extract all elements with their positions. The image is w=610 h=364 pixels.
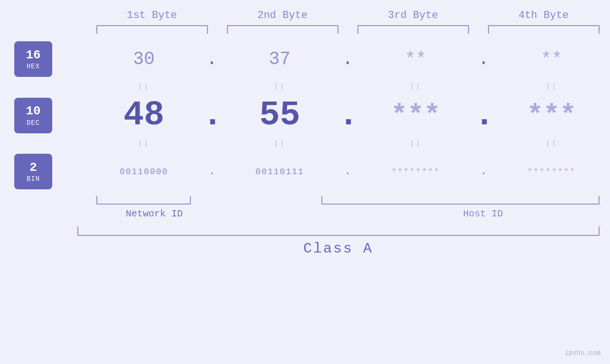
equals2-byte4: || — [493, 140, 610, 148]
dec-badge: 10 DEC — [14, 98, 52, 133]
hex-badge-col: 16 HEX — [0, 41, 66, 77]
host-id-label: Host ID — [367, 208, 600, 219]
dec-dot2: . — [338, 96, 357, 135]
watermark: ipshu.com — [564, 349, 601, 357]
equals1-byte4: || — [493, 83, 610, 91]
main-container: 1st Byte 2nd Byte 3rd Byte 4th Byte 16 H… — [0, 0, 610, 364]
equals1-byte2: || — [221, 83, 338, 91]
bin-byte1: 00110000 — [85, 167, 202, 177]
network-id-label: Network ID — [96, 208, 213, 219]
byte2-bracket-top — [227, 25, 338, 34]
hex-badge: 16 HEX — [14, 41, 52, 77]
bin-dot3: . — [474, 166, 493, 177]
class-a-bracket — [77, 226, 600, 236]
class-a-label-row: Class A — [77, 241, 600, 257]
bin-byte4: ******** — [493, 167, 610, 177]
bin-dot1: . — [202, 166, 221, 177]
bin-badge: 2 BIN — [14, 154, 52, 189]
bin-byte3: ******** — [357, 167, 474, 177]
byte1-bracket-top — [96, 25, 208, 34]
hex-dot2: . — [338, 49, 357, 69]
equals2-byte2: || — [221, 140, 338, 148]
byte4-bracket-top — [488, 25, 600, 34]
network-id-bracket — [96, 196, 191, 205]
host-id-bracket — [321, 196, 600, 205]
dec-badge-col: 10 DEC — [0, 98, 66, 133]
byte2-header: 2nd Byte — [227, 9, 338, 21]
equals1-byte1: || — [85, 83, 202, 91]
hex-byte2: 37 — [221, 49, 338, 69]
equals2-byte1: || — [85, 140, 202, 148]
equals1-byte3: || — [357, 83, 474, 91]
hex-dot1: . — [202, 49, 221, 69]
bin-byte2: 00110111 — [221, 167, 338, 177]
hex-dot3: . — [474, 49, 493, 69]
byte1-header: 1st Byte — [96, 9, 208, 21]
dec-byte2: 55 — [221, 96, 338, 135]
bin-badge-col: 2 BIN — [0, 154, 66, 189]
dec-dot1: . — [202, 96, 221, 135]
byte3-bracket-top — [357, 25, 469, 34]
hex-byte1: 30 — [85, 49, 202, 69]
dec-byte4: *** — [493, 100, 610, 131]
dec-byte3: *** — [357, 100, 474, 131]
hex-byte4: ** — [493, 49, 610, 69]
class-a-label: Class A — [303, 241, 373, 257]
byte3-header: 3rd Byte — [357, 9, 469, 21]
dec-byte1: 48 — [85, 96, 202, 135]
equals2-byte3: || — [357, 140, 474, 148]
bin-dot2: . — [338, 166, 357, 177]
hex-byte3: ** — [357, 49, 474, 69]
byte4-header: 4th Byte — [488, 9, 600, 21]
dec-dot3: . — [474, 96, 493, 135]
